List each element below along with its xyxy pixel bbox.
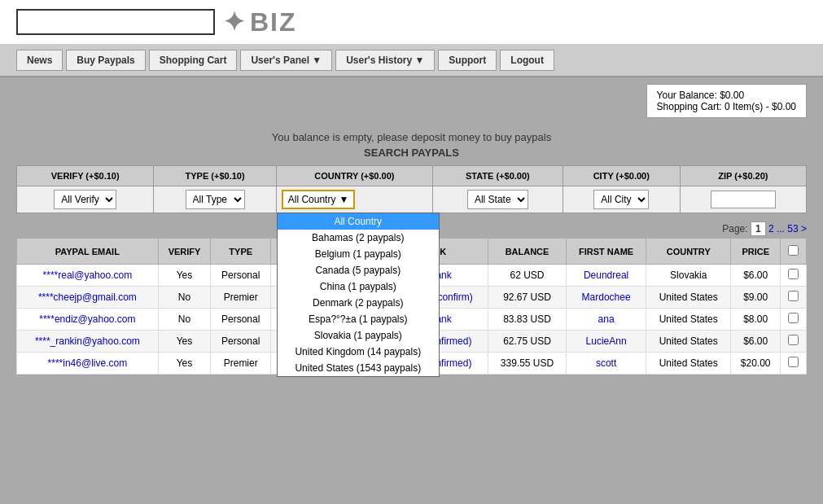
cell-firstname: scott: [566, 353, 646, 375]
city-select[interactable]: All City: [593, 190, 649, 209]
results-col-email: PAYPAL EMAIL: [17, 239, 159, 265]
logo: ✦BIZ: [223, 7, 297, 37]
firstname-link[interactable]: scott: [596, 357, 616, 369]
row-checkbox[interactable]: [788, 335, 799, 345]
email-link[interactable]: ****_rankin@yahoo.com: [35, 335, 140, 347]
balance-box: Your Balance: $0.00 Shopping Cart: 0 Ite…: [646, 84, 807, 118]
cell-firstname: LucieAnn: [566, 331, 646, 353]
balance-area: Your Balance: $0.00 Shopping Cart: 0 Ite…: [0, 77, 823, 121]
country-option-denmark[interactable]: Denmark (2 paypals): [278, 295, 439, 311]
row-checkbox[interactable]: [788, 313, 799, 323]
nav-shopping-cart[interactable]: Shopping Cart: [149, 50, 238, 71]
balance-line2: Shopping Cart: 0 Item(s) - $0.00: [657, 101, 796, 112]
logo-box: [16, 9, 215, 35]
cell-country: United States: [646, 353, 731, 375]
email-link[interactable]: ****in46@live.com: [48, 357, 128, 369]
cell-firstname: Deundreal: [566, 265, 646, 287]
country-option-us[interactable]: United States (1543 paypals): [278, 360, 439, 376]
row-checkbox[interactable]: [788, 291, 799, 301]
results-col-checkbox-header: [781, 239, 807, 265]
results-col-balance: BALANCE: [488, 239, 567, 265]
nav-logout[interactable]: Logout: [500, 50, 554, 71]
country-cell: All Country ▼ All Country Bahamas (2 pay…: [276, 186, 432, 213]
results-col-verify: VERIFY: [158, 239, 211, 265]
firstname-link[interactable]: Deundreal: [584, 270, 628, 281]
cell-checkbox: [781, 331, 807, 353]
cell-balance: 83.83 USD: [488, 309, 567, 331]
email-link[interactable]: ****cheejp@gmail.com: [38, 291, 137, 303]
info-text: You balance is empty, please deposit mon…: [16, 126, 807, 145]
col-zip: ZIP (+$0.20): [680, 166, 806, 186]
cell-country: Slovakia: [646, 265, 731, 287]
country-option-canada[interactable]: Canada (5 paypals): [278, 262, 439, 278]
email-link[interactable]: ****endiz@yahoo.com: [39, 313, 135, 325]
cell-email: ****in46@live.com: [17, 353, 159, 375]
cell-email: ****cheejp@gmail.com: [17, 287, 159, 309]
search-filters-table: VERIFY (+$0.10) TYPE (+$0.10) COUNTRY (+…: [16, 165, 807, 213]
row-checkbox[interactable]: [788, 269, 799, 279]
col-country: COUNTRY (+$0.00): [276, 166, 432, 186]
nav-news[interactable]: News: [16, 50, 63, 71]
logo-input[interactable]: [50, 15, 181, 28]
country-option-all[interactable]: All Country: [278, 213, 439, 230]
nav-users-panel[interactable]: User's Panel ▼: [240, 50, 332, 71]
col-type: TYPE (+$0.10): [154, 166, 276, 186]
cell-price: $20.00: [731, 353, 781, 375]
col-city: CITY (+$0.00): [563, 166, 680, 186]
cell-price: $6.00: [731, 265, 781, 287]
nav-support[interactable]: Support: [438, 50, 497, 71]
country-selected-label: All Country: [288, 194, 336, 205]
email-link[interactable]: ****real@yahoo.com: [43, 270, 133, 281]
country-option-belgium[interactable]: Belgium (1 paypals): [278, 246, 439, 262]
firstname-link[interactable]: ana: [598, 313, 615, 325]
page-next-arrow[interactable]: >: [801, 223, 807, 234]
verify-select[interactable]: All Verify: [54, 190, 116, 209]
country-option-slovakia[interactable]: Slovakia (1 paypals): [278, 327, 439, 344]
row-checkbox[interactable]: [788, 357, 799, 367]
cell-type: Premier: [211, 287, 271, 309]
zip-cell: [680, 186, 806, 213]
firstname-link[interactable]: LucieAnn: [586, 335, 627, 347]
select-all-checkbox[interactable]: [788, 245, 799, 256]
cell-country: United States: [646, 309, 731, 331]
col-state: STATE (+$0.00): [432, 166, 563, 186]
state-select[interactable]: All State: [467, 190, 528, 209]
country-dropdown-button[interactable]: All Country ▼: [282, 190, 356, 209]
cell-type: Personal: [211, 265, 271, 287]
country-dropdown-arrow: ▼: [339, 194, 348, 205]
cell-email: ****_rankin@yahoo.com: [17, 331, 159, 353]
zip-input[interactable]: [711, 191, 776, 208]
search-title: SEARCH PAYPALS: [16, 145, 807, 165]
header: ✦BIZ: [0, 0, 823, 45]
results-col-firstname: FIRST NAME: [566, 239, 646, 265]
country-option-uk[interactable]: United Kingdom (14 paypals): [278, 344, 439, 360]
cell-price: $9.00: [731, 287, 781, 309]
country-option-china[interactable]: China (1 paypals): [278, 278, 439, 295]
cell-checkbox: [781, 265, 807, 287]
cell-country: United States: [646, 287, 731, 309]
results-col-price: PRICE: [731, 239, 781, 265]
country-option-espana[interactable]: Espa?°?±a (1 paypals): [278, 311, 439, 327]
cell-price: $8.00: [731, 309, 781, 331]
country-dropdown-list: All Country Bahamas (2 paypals) Belgium …: [277, 213, 440, 377]
page-current[interactable]: 1: [751, 221, 766, 236]
cell-country: United States: [646, 331, 731, 353]
type-cell: All Type: [154, 186, 276, 213]
type-select[interactable]: All Type: [186, 190, 245, 209]
country-option-bahamas[interactable]: Bahamas (2 paypals): [278, 230, 439, 246]
cell-balance: 62.75 USD: [488, 331, 567, 353]
col-verify: VERIFY (+$0.10): [17, 166, 154, 186]
cell-checkbox: [781, 353, 807, 375]
page-next[interactable]: 2 ... 53: [768, 223, 799, 234]
logo-star: ✦: [223, 7, 247, 37]
cell-checkbox: [781, 309, 807, 331]
pagination-label: Page:: [722, 223, 747, 234]
city-cell: All City: [563, 186, 680, 213]
nav-users-history[interactable]: User's History ▼: [335, 50, 435, 71]
firstname-link[interactable]: Mardochee: [582, 291, 631, 303]
cell-balance: 339.55 USD: [488, 353, 567, 375]
cell-email: ****real@yahoo.com: [17, 265, 159, 287]
cell-verify: No: [158, 287, 211, 309]
nav-buy-paypals[interactable]: Buy Paypals: [66, 50, 145, 71]
logo-text: BIZ: [250, 7, 297, 37]
